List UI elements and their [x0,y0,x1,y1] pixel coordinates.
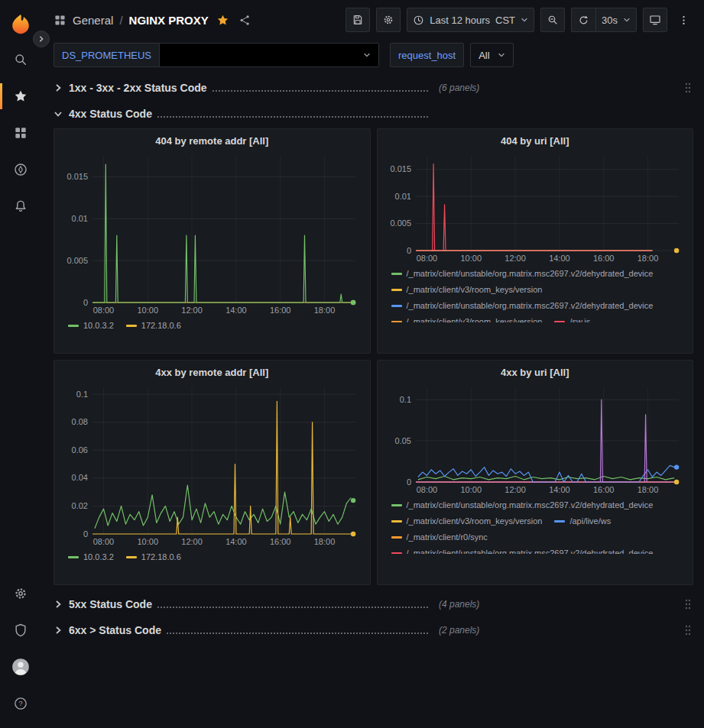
legend-label: /_matrix/client/r0/sync [407,532,488,543]
chevron-down-icon [521,16,528,24]
panel-title[interactable]: 404 by uri [All] [384,132,687,150]
legend-item[interactable]: 172.18.0.6 [126,320,181,332]
row-drag-handle[interactable] [683,597,693,612]
cycle-view-mode-button[interactable] [643,8,667,32]
refresh-interval-dropdown[interactable]: 30s [595,8,637,32]
row-header-1xx-3xx-2xx[interactable]: 1xx - 3xx - 2xx Status Code (6 panels) [54,76,693,99]
svg-text:0: 0 [83,529,88,539]
variable-value-ds-prometheus[interactable] [160,43,379,67]
legend-label: /_matrix/client/unstable/org.matrix.msc2… [407,300,654,312]
grafana-app: ? General / NGINX PROXY [0,0,704,728]
sidebar-item-starred[interactable] [0,78,41,115]
row-header-6xx[interactable]: 6xx > Status Code (2 panels) [54,619,693,642]
legend-item[interactable]: 172.18.0.6 [126,552,181,563]
panel-legend: /_matrix/client/unstable/org.matrix.msc2… [384,496,687,554]
timeseries-chart[interactable]: 08:0010:0012:0014:0016:0018:0000.020.040… [60,381,363,548]
panel-title[interactable]: 404 by remote addr [All] [60,132,364,150]
svg-text:16:00: 16:00 [270,306,291,315]
favorite-star-button[interactable] [215,12,231,28]
row-title: 4xx Status Code [69,108,152,120]
panel-4xx-by-remote-addr: 4xx by remote addr [All] 08:0010:0012:00… [54,360,371,585]
sidebar-item-configuration[interactable] [0,575,41,612]
zoom-out-time-button[interactable] [540,8,565,32]
series-color-mark [554,321,565,322]
star-icon [13,89,28,104]
svg-text:08:00: 08:00 [93,537,115,546]
share-dashboard-button[interactable] [237,12,253,28]
series-color-mark [391,273,402,275]
svg-text:0.015: 0.015 [67,172,88,181]
variable-label-request-host[interactable]: request_host [390,43,464,67]
legend-item[interactable]: 10.0.3.2 [68,552,114,563]
legend-label: /_matrix/client/unstable/org.matrix.msc2… [407,268,654,280]
variable-value-request-host[interactable]: All [470,43,513,67]
sidebar-item-alerting[interactable] [0,188,41,225]
legend-item[interactable]: /_matrix/client/v3/room_keys/version [391,516,543,527]
legend-item[interactable]: /_matrix/client/unstable/org.matrix.msc2… [391,300,654,312]
legend-item[interactable]: /_matrix/client/v3/room_keys/version [391,316,543,322]
grafana-flame-icon [9,13,32,36]
dotted-leader [212,90,428,92]
save-dashboard-button[interactable] [346,8,370,32]
row-title-group: 5xx Status Code [69,598,430,611]
legend-item[interactable]: /_matrix/client/r0/sync [391,532,488,543]
panel-legend: 10.0.3.2 172.18.0.6 [60,548,364,580]
legend-label: /_matrix/client/v3/room_keys/version [407,516,543,527]
svg-text:10:00: 10:00 [460,485,482,494]
legend-item[interactable]: /_matrix/client/unstable/org.matrix.msc2… [391,548,654,554]
sidebar-item-profile[interactable] [0,649,41,685]
series-color-mark [68,556,79,558]
legend-item[interactable]: /_matrix/client/v3/room_keys/version [391,284,543,296]
time-range-picker[interactable]: Last 12 hours CST [407,8,534,32]
svg-text:10:00: 10:00 [138,537,159,546]
panel-title[interactable]: 4xx by remote addr [All] [60,364,364,381]
monitor-icon [649,14,661,26]
sidebar-item-search[interactable] [0,41,41,78]
row-title: 5xx Status Code [69,598,152,610]
svg-text:10:00: 10:00 [460,254,482,263]
sidebar-item-dashboards[interactable] [0,115,41,151]
legend-label: 10.0.3.2 [83,552,114,563]
row-drag-handle[interactable] [683,623,693,638]
panel-legend: 10.0.3.2 172.18.0.6 [60,316,364,348]
timeseries-chart[interactable]: 08:0010:0012:0014:0016:0018:0000.0050.01… [384,150,686,264]
refresh-dashboard-button[interactable] [571,8,595,32]
row-header-4xx[interactable]: 4xx Status Code [54,102,693,125]
svg-text:0.05: 0.05 [394,436,410,445]
legend-item[interactable]: /sw.js [554,316,590,322]
svg-text:0.08: 0.08 [72,417,88,426]
svg-text:12:00: 12:00 [504,485,526,494]
sidebar-item-explore[interactable] [0,151,41,188]
timeseries-chart[interactable]: 08:0010:0012:0014:0016:0018:0000.050.1 [384,381,686,496]
row-drag-handle[interactable] [683,80,693,95]
chevron-right-icon [54,83,63,92]
svg-text:12:00: 12:00 [181,306,203,315]
breadcrumb-folder[interactable]: General [73,14,113,27]
chevron-down-icon [363,51,371,59]
row-header-5xx[interactable]: 5xx Status Code (4 panels) [54,593,693,616]
dashboards-grid-icon [13,125,28,141]
dotted-leader [167,633,428,634]
sidebar-item-server-admin[interactable] [0,612,41,649]
legend-item[interactable]: /_matrix/client/unstable/org.matrix.msc2… [391,268,654,280]
variable-ds-prometheus: DS_PROMETHEUS [54,43,379,67]
svg-text:18:00: 18:00 [637,485,658,494]
series-color-mark [126,325,137,327]
dashboard-settings-button[interactable] [376,8,401,32]
row-title-group: 1xx - 3xx - 2xx Status Code [69,82,430,95]
variable-label-ds-prometheus[interactable]: DS_PROMETHEUS [54,43,160,67]
svg-text:0.005: 0.005 [390,218,411,228]
legend-label: /_matrix/client/v3/room_keys/version [407,284,543,296]
compass-icon [13,162,28,177]
legend-item[interactable]: 10.0.3.2 [68,320,114,332]
breadcrumb-dashboard-title[interactable]: NGINX PROXY [129,14,209,27]
legend-item[interactable]: /api/live/ws [554,516,611,527]
more-options-button[interactable] [673,8,693,32]
legend-item[interactable]: /_matrix/client/unstable/org.matrix.msc2… [391,500,654,511]
expand-sidebar-button[interactable] [33,31,50,47]
timeseries-chart[interactable]: 08:0010:0012:0014:0016:0018:0000.0050.01… [60,150,363,316]
svg-text:18:00: 18:00 [314,306,336,315]
sidebar-item-help[interactable]: ? [0,685,41,722]
panel-title[interactable]: 4xx by uri [All] [384,364,687,381]
svg-text:0.1: 0.1 [76,390,88,399]
